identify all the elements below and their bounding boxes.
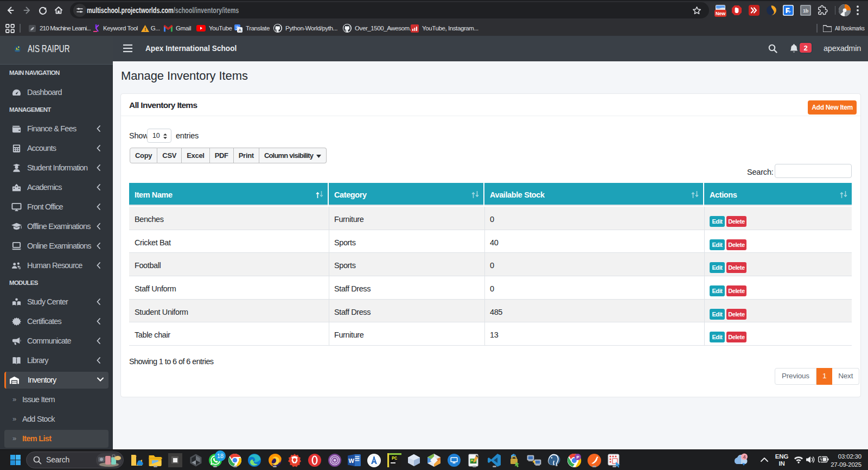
svg-text:!: ! <box>144 27 146 32</box>
svg-text:4: 4 <box>743 454 745 460</box>
svg-text:PC: PC <box>392 456 397 461</box>
svg-text:18: 18 <box>217 453 224 459</box>
svg-text:1b: 1b <box>803 8 809 14</box>
svg-text:New: New <box>716 11 726 16</box>
svg-text:P: P <box>576 455 579 460</box>
svg-text:W: W <box>348 458 354 464</box>
